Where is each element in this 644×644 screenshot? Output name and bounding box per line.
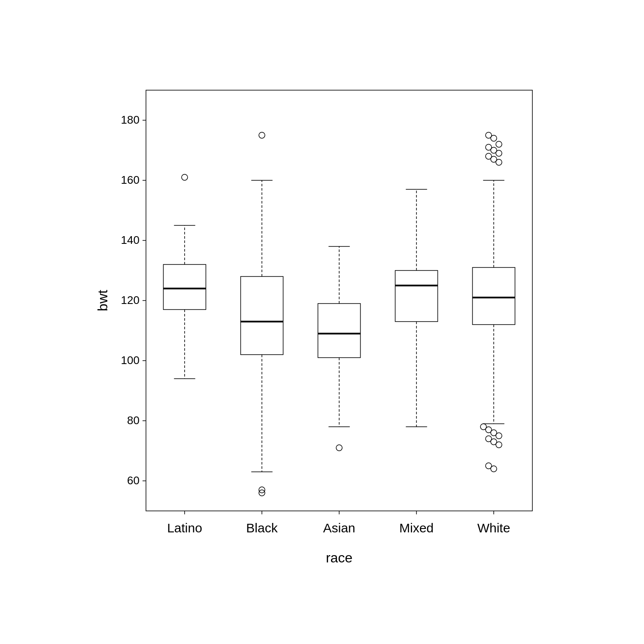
- svg-rect-47: [318, 304, 361, 358]
- svg-text:180: 180: [121, 113, 140, 126]
- svg-text:Mixed: Mixed: [399, 521, 434, 535]
- svg-rect-38: [241, 276, 283, 355]
- svg-rect-54: [395, 270, 438, 322]
- svg-text:Asian: Asian: [323, 521, 355, 535]
- svg-rect-31: [164, 264, 206, 310]
- svg-text:80: 80: [127, 414, 140, 427]
- svg-text:160: 160: [121, 173, 140, 186]
- svg-text:race: race: [326, 550, 352, 565]
- svg-text:White: White: [477, 521, 510, 535]
- svg-text:120: 120: [121, 294, 140, 307]
- svg-text:Black: Black: [246, 521, 278, 535]
- svg-text:140: 140: [121, 234, 140, 246]
- svg-text:60: 60: [127, 474, 140, 487]
- svg-text:100: 100: [121, 354, 140, 367]
- svg-text:Latino: Latino: [167, 521, 202, 535]
- svg-rect-60: [473, 267, 515, 325]
- svg-text:bwt: bwt: [95, 290, 110, 311]
- chart-container: 6080100120140160180bwtLatinoBlackAsianMi…: [86, 64, 558, 580]
